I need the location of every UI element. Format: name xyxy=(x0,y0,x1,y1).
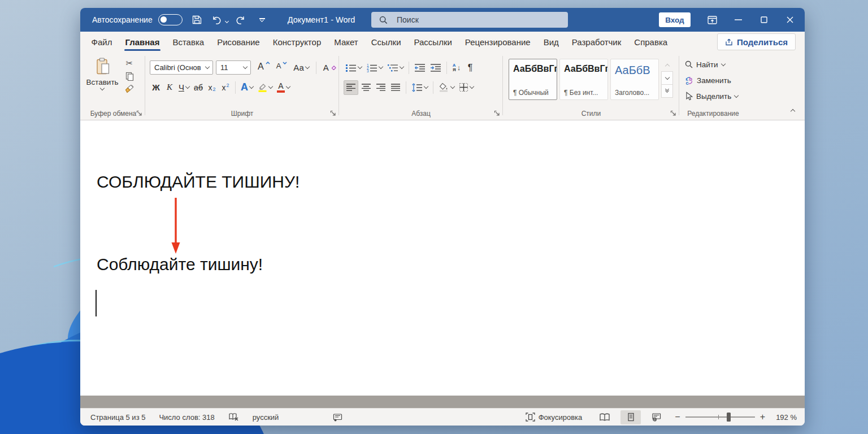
save-icon[interactable] xyxy=(190,12,205,28)
find-button[interactable]: Найти xyxy=(679,57,747,72)
language-indicator[interactable]: русский xyxy=(253,413,279,422)
tab-insert[interactable]: Вставка xyxy=(166,32,211,53)
tab-developer[interactable]: Разработчик xyxy=(565,32,627,53)
styles-scroll-up-button[interactable] xyxy=(661,58,673,72)
svg-text:3: 3 xyxy=(367,69,369,72)
undo-chevron-icon[interactable] xyxy=(225,15,228,24)
signin-button[interactable]: Вход xyxy=(659,12,691,27)
tab-home[interactable]: Главная xyxy=(119,32,166,53)
clear-formatting-button[interactable]: А xyxy=(322,60,338,75)
highlight-button[interactable] xyxy=(256,80,274,95)
chevron-down-icon xyxy=(286,84,290,89)
redo-icon[interactable] xyxy=(233,12,248,28)
tab-draw[interactable]: Рисование xyxy=(211,32,267,53)
chevron-down-icon xyxy=(721,61,725,66)
zoom-slider[interactable] xyxy=(685,416,755,418)
word-count[interactable]: Число слов: 318 xyxy=(159,413,214,422)
undo-icon[interactable] xyxy=(210,12,224,28)
numbering-button[interactable]: 1 2 3 xyxy=(364,60,384,75)
read-mode-button[interactable] xyxy=(594,410,615,424)
quick-access-customize-icon[interactable] xyxy=(255,18,270,21)
align-center-button[interactable] xyxy=(359,80,373,95)
multilevel-list-button[interactable] xyxy=(385,60,405,75)
shading-button[interactable] xyxy=(437,80,456,95)
page-indicator[interactable]: Страница 5 из 5 xyxy=(90,413,145,422)
increase-indent-button[interactable] xyxy=(428,60,443,75)
group-font: Calibri (Основ 11 А А Аа xyxy=(145,53,339,120)
line-spacing-button[interactable] xyxy=(410,80,429,95)
chevron-down-icon xyxy=(249,84,254,89)
tab-references[interactable]: Ссылки xyxy=(364,32,407,53)
ribbon-display-options-icon[interactable] xyxy=(699,8,725,32)
chevron-down-icon xyxy=(185,84,190,89)
align-right-button[interactable] xyxy=(374,80,388,95)
style-card-heading1[interactable]: АаБбВ Заголово... xyxy=(610,59,659,100)
font-color-button[interactable]: А xyxy=(275,80,292,95)
superscript-button[interactable]: х2 xyxy=(219,80,232,95)
focus-mode-button[interactable]: Фокусировка xyxy=(526,413,583,422)
tab-review[interactable]: Рецензирование xyxy=(458,32,537,53)
dialog-launcher-icon[interactable] xyxy=(670,110,676,116)
copy-icon[interactable] xyxy=(125,72,134,81)
style-card-normal[interactable]: АаБбВвГгД ¶ Обычный xyxy=(509,59,557,100)
paint-bucket-icon xyxy=(439,83,449,92)
highlighter-icon xyxy=(258,83,267,92)
cut-icon[interactable]: ✂ xyxy=(126,58,133,68)
dialog-launcher-icon[interactable] xyxy=(136,110,142,116)
justify-button[interactable] xyxy=(389,80,402,95)
web-layout-button[interactable] xyxy=(646,410,667,424)
text-effects-button[interactable]: А xyxy=(239,80,255,95)
proofing-errors-icon[interactable] xyxy=(228,413,239,422)
paste-icon xyxy=(95,58,110,76)
autosave-toggle[interactable] xyxy=(158,14,183,25)
dialog-launcher-icon[interactable] xyxy=(494,110,500,116)
replace-button[interactable]: b c Заменить xyxy=(679,73,747,88)
align-left-button[interactable] xyxy=(344,80,358,95)
styles-more-button[interactable] xyxy=(661,84,673,98)
italic-button[interactable]: К xyxy=(163,80,176,95)
tab-design[interactable]: Конструктор xyxy=(266,32,328,53)
maximize-button[interactable] xyxy=(751,8,777,32)
minimize-button[interactable] xyxy=(725,8,751,32)
share-button[interactable]: Поделиться xyxy=(717,33,796,50)
style-card-no-spacing[interactable]: АаБбВвГгД ¶ Без инт... xyxy=(559,59,608,100)
underline-button[interactable]: Ч xyxy=(177,80,191,95)
select-button[interactable]: Выделить xyxy=(679,89,747,103)
styles-scroll-down-button[interactable] xyxy=(661,71,673,85)
grow-font-button[interactable]: А xyxy=(256,60,272,75)
show-marks-button[interactable]: ¶ xyxy=(464,60,476,75)
subscript-button[interactable]: х2 xyxy=(206,80,218,95)
paste-button[interactable]: Вставить xyxy=(85,53,120,94)
font-size-select[interactable]: 11 xyxy=(216,60,251,75)
zoom-slider-handle[interactable] xyxy=(727,413,731,422)
tab-help[interactable]: Справка xyxy=(628,32,674,53)
format-painter-icon[interactable] xyxy=(124,84,134,94)
tab-layout[interactable]: Макет xyxy=(328,32,364,53)
zoom-slider-center-tick xyxy=(718,415,719,419)
macro-recording-icon[interactable] xyxy=(333,413,342,422)
strikethrough-button[interactable]: аб xyxy=(192,80,205,95)
tab-view[interactable]: Вид xyxy=(537,32,565,53)
change-case-button[interactable]: Аа xyxy=(292,60,311,75)
close-button[interactable] xyxy=(777,8,803,32)
zoom-in-button[interactable]: + xyxy=(760,412,765,422)
bullets-button[interactable] xyxy=(344,60,363,75)
decrease-indent-button[interactable] xyxy=(413,60,427,75)
dialog-launcher-icon[interactable] xyxy=(330,110,336,116)
sort-button[interactable]: А Я ↓ xyxy=(450,60,463,75)
search-box[interactable] xyxy=(371,12,568,28)
tab-file[interactable]: Файл xyxy=(85,32,119,53)
shrink-font-button[interactable]: А xyxy=(275,60,289,75)
chevron-down-icon xyxy=(243,64,248,69)
collapse-ribbon-button[interactable] xyxy=(791,105,795,115)
tab-mailings[interactable]: Рассылки xyxy=(407,32,458,53)
zoom-level[interactable]: 192 % xyxy=(771,413,797,422)
borders-button[interactable] xyxy=(457,80,475,95)
font-name-select[interactable]: Calibri (Основ xyxy=(150,60,213,75)
bold-button[interactable]: Ж xyxy=(150,80,162,95)
document-page[interactable]: СОБЛЮДАЙТЕ ТИШИНУ! Соблюдайте тишину! xyxy=(80,120,805,396)
search-input[interactable] xyxy=(396,15,542,25)
group-label-paragraph: Абзац xyxy=(339,110,503,118)
print-layout-button[interactable] xyxy=(620,410,641,424)
zoom-out-button[interactable]: − xyxy=(675,412,680,422)
